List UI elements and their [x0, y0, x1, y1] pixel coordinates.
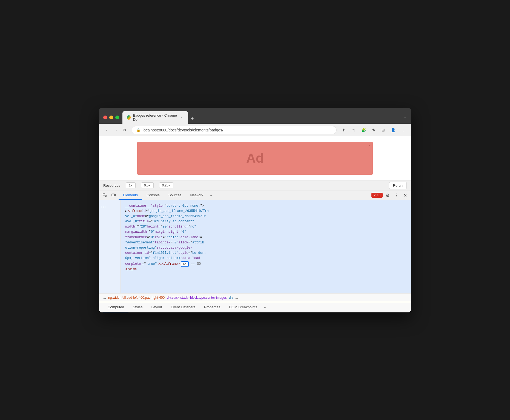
zoom-1x-button[interactable]: 1×: [126, 182, 136, 188]
code-eq: =": [188, 240, 192, 245]
split-icon[interactable]: ⊞: [379, 126, 387, 134]
new-tab-button[interactable]: +: [189, 114, 196, 124]
bottom-tabs-more-button[interactable]: »: [262, 303, 268, 312]
code-value: 3rd party ad content": [153, 219, 194, 224]
breadcrumb-start-dots[interactable]: ...: [103, 296, 106, 300]
bottom-tab-bar: Computed Styles Layout Event Listeners P…: [99, 302, 411, 312]
bookmark-icon[interactable]: ☆: [350, 126, 357, 134]
toolbar-icons: ⬆ ☆ 🧩 ⚗ ⊞ 👤 ⋮: [340, 126, 407, 134]
more-options-icon[interactable]: ⋮: [392, 191, 400, 199]
breadcrumb-bar: ... ng.width-full.pad-left-400.pad-right…: [99, 293, 411, 302]
ad-badge: ad: [181, 261, 188, 267]
zoom-quarter-button[interactable]: 0.25×: [159, 182, 173, 188]
devtools-icon[interactable]: ⚗: [369, 126, 377, 134]
code-eq: =: [200, 235, 202, 240]
code-value: region": [167, 235, 180, 240]
active-tab[interactable]: Badges reference - Chrome De ×: [122, 111, 188, 124]
profile-icon[interactable]: 👤: [389, 126, 397, 134]
code-attr: tabindex: [155, 240, 171, 245]
forward-button[interactable]: →: [112, 126, 120, 134]
code-value: no": [190, 224, 196, 229]
tab-sources[interactable]: Sources: [164, 191, 186, 200]
error-count: 13: [377, 193, 380, 197]
ad-close-button[interactable]: ×: [368, 143, 371, 148]
code-line-7: frameborder="0" role="region" aria-label…: [125, 235, 407, 240]
code-attr: style: [178, 251, 188, 256]
rerun-button[interactable]: Rerun: [389, 182, 407, 189]
devtools-content: ... __container__" style="border: 0pt no…: [99, 200, 411, 293]
code-line-1: __container__" style="border: 0pt none;"…: [125, 203, 407, 209]
code-eq: =": [147, 229, 151, 235]
tab-styles[interactable]: Styles: [128, 302, 147, 312]
devtools-toolbar: Resources 1× 0.5× 0.25× Rerun: [99, 180, 411, 191]
window-menu-button[interactable]: ⌄: [403, 114, 407, 121]
equals-sign: ==: [191, 261, 195, 267]
tab-elements[interactable]: Elements: [119, 191, 142, 200]
code-tag: </div>: [125, 267, 137, 272]
maximize-button[interactable]: [115, 116, 119, 119]
refresh-button[interactable]: ↻: [121, 126, 128, 134]
breadcrumb-end-dots[interactable]: ...: [235, 296, 238, 300]
code-attr: frameborder: [125, 235, 147, 240]
code-eq: =": [178, 229, 182, 235]
menu-icon[interactable]: ⋮: [399, 126, 407, 134]
code-attr: srcdoc: [157, 245, 168, 251]
settings-icon[interactable]: ⚙: [384, 191, 391, 199]
tab-dom-breakpoints[interactable]: DOM Breakpoints: [225, 302, 262, 312]
code-line-13: </div>: [125, 267, 407, 272]
code-value: 728": [139, 224, 147, 229]
error-badge[interactable]: ✕ 13: [371, 193, 383, 198]
secure-icon: 🔒: [136, 128, 141, 132]
code-eq: =": [149, 219, 153, 224]
code-line-12: complete="true">…</iframe> ad == $0: [125, 261, 407, 267]
share-icon[interactable]: ⬆: [340, 126, 348, 134]
code-value: f1ni07lvihot": [153, 251, 179, 256]
code-attr: marginheight: [155, 229, 178, 235]
minimize-button[interactable]: [109, 116, 113, 119]
code-attr: complete: [125, 261, 141, 267]
expand-icon[interactable]: ▶: [125, 209, 127, 214]
code-line-4: avel_0" title="3rd party ad content": [125, 219, 407, 224]
devtools-panel: Elements Console Sources Network » ✕ 13 …: [99, 191, 411, 312]
device-toolbar-icon[interactable]: [110, 191, 118, 199]
nav-buttons: ← → ↻: [103, 126, 128, 134]
code-tag: >…</iframe>: [158, 261, 180, 267]
code-attr: data-google-: [168, 245, 192, 251]
code-attr: data-load-: [182, 256, 202, 261]
breadcrumb-item-3[interactable]: div: [229, 296, 233, 300]
close-button[interactable]: [103, 116, 107, 119]
sidebar-more-button[interactable]: ...: [101, 203, 106, 208]
tab-layout[interactable]: Layout: [147, 302, 166, 312]
inspect-element-icon[interactable]: [101, 191, 109, 199]
tab-properties[interactable]: Properties: [200, 302, 225, 312]
code-attr: aria-label: [180, 235, 200, 240]
code-eq: =": [146, 209, 150, 214]
tabs-more-button[interactable]: »: [208, 191, 214, 200]
code-attr: scrolling: [168, 224, 186, 229]
breadcrumb-item-2[interactable]: div.stack.stack--block.type.center-image…: [167, 296, 227, 300]
code-attr: allow: [178, 240, 188, 245]
tab-event-listeners[interactable]: Event Listeners: [166, 302, 200, 312]
ad-container: Ad ×: [137, 142, 373, 175]
zoom-half-button[interactable]: 0.5×: [141, 182, 154, 188]
code-value: ution-reporting": [125, 245, 157, 251]
code-value: vel_0": [125, 214, 137, 219]
devtools-code-view: __container__" style="border: 0pt none;"…: [121, 200, 411, 293]
page-content: Ad ×: [99, 136, 411, 180]
code-value: "Advertisement": [125, 240, 155, 245]
tab-network[interactable]: Network: [186, 191, 208, 200]
back-button[interactable]: ←: [103, 126, 111, 134]
close-devtools-icon[interactable]: ✕: [401, 191, 409, 199]
code-text: __container__": [125, 203, 153, 209]
breadcrumb-item-1[interactable]: ng.width-full.pad-left-400.pad-right-400: [108, 296, 165, 300]
code-value: 0": [182, 229, 186, 235]
code-attr: title: [139, 219, 149, 224]
address-field[interactable]: 🔒 localhost:8080/docs/devtools/elements/…: [132, 126, 337, 134]
tab-console[interactable]: Console: [142, 191, 164, 200]
tab-computed[interactable]: Computed: [103, 302, 128, 312]
extensions-icon[interactable]: 🧩: [360, 126, 367, 134]
title-bar: Badges reference - Chrome De × + ⌄: [99, 108, 411, 124]
tab-close-button[interactable]: ×: [180, 115, 184, 120]
resources-label: Resources: [103, 183, 120, 188]
code-line-11: 0px; vertical-align: bottom;" data-load-: [125, 256, 407, 261]
